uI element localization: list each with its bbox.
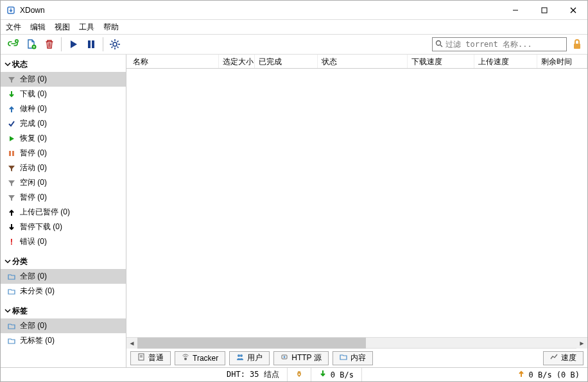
sidebar: 状态 全部 (0) 下载 (0) 做种 (0) 完成 (0) 恢复 (0) <box>1 55 126 367</box>
lock-icon[interactable] <box>571 38 584 51</box>
folder-icon <box>7 322 16 331</box>
up-black-icon <box>7 208 16 217</box>
play-icon <box>7 134 16 143</box>
column-down-speed[interactable]: 下载速度 <box>408 55 474 68</box>
sidebar-header-tag[interactable]: 标签 <box>1 304 126 318</box>
sidebar-item-category-uncategorized[interactable]: 未分类 (0) <box>1 284 126 299</box>
chevron-down-icon <box>4 257 12 266</box>
tab-tracker[interactable]: Tracker <box>175 351 225 365</box>
filter-icon <box>7 75 16 84</box>
upload-arrow-icon <box>7 105 16 114</box>
sidebar-header-status[interactable]: 状态 <box>1 57 126 72</box>
maximize-button[interactable] <box>530 1 558 19</box>
column-status[interactable]: 状态 <box>318 55 408 68</box>
column-size[interactable]: 选定大小 <box>219 55 255 68</box>
sidebar-item-active[interactable]: 活动 (0) <box>1 161 126 175</box>
tab-speed[interactable]: 速度 <box>543 351 584 365</box>
svg-point-9 <box>113 42 117 46</box>
down-black-icon <box>7 223 16 232</box>
sidebar-item-downloading[interactable]: 下载 (0) <box>1 87 126 101</box>
column-name[interactable]: 名称 <box>129 55 219 68</box>
svg-point-27 <box>238 354 240 357</box>
plug-icon <box>295 370 303 379</box>
svg-line-14 <box>112 41 113 42</box>
sidebar-item-download-paused[interactable]: 暂停下载 (0) <box>1 220 126 234</box>
statusbar: DHT: 35 结点 0 B/s 0 B/s (0 B) <box>1 367 587 381</box>
svg-rect-8 <box>92 40 94 48</box>
document-icon <box>137 353 145 363</box>
settings-button[interactable] <box>107 37 123 52</box>
tab-general[interactable]: 普通 <box>130 351 171 365</box>
minimize-button[interactable] <box>501 1 530 19</box>
bottom-tabs: 普通 Tracker 用户 HTTP 源 内容 <box>126 348 587 367</box>
upload-arrow-icon <box>517 370 525 379</box>
search-box[interactable] <box>432 37 567 51</box>
sidebar-item-errored[interactable]: ! 错误 (0) <box>1 234 126 249</box>
svg-point-28 <box>240 354 243 357</box>
sidebar-item-all[interactable]: 全部 (0) <box>1 72 126 87</box>
sidebar-item-resumed[interactable]: 恢复 (0) <box>1 131 126 146</box>
folder-icon <box>7 336 16 345</box>
sidebar-item-tag-all[interactable]: 全部 (0) <box>1 318 126 333</box>
filter-active-icon <box>7 164 16 173</box>
tab-http[interactable]: HTTP 源 <box>273 351 328 365</box>
menubar: 文件 编辑 视图 工具 帮助 <box>1 20 587 34</box>
svg-line-17 <box>117 41 119 42</box>
add-link-button[interactable] <box>6 37 21 52</box>
menu-edit[interactable]: 编辑 <box>30 22 46 33</box>
sidebar-item-upload-paused[interactable]: 上传已暂停 (0) <box>1 205 126 220</box>
http-icon <box>281 353 288 363</box>
sidebar-item-paused[interactable]: 暂停 (0) <box>1 146 126 161</box>
scroll-right-icon[interactable]: ► <box>576 338 587 349</box>
table-header: 名称 选定大小 已完成 状态 下载速度 上传速度 剩余时间 <box>126 55 587 69</box>
svg-point-26 <box>184 358 187 360</box>
status-upload-speed[interactable]: 0 B/s (0 B) <box>510 370 587 379</box>
horizontal-scrollbar[interactable]: ◄ ► <box>126 337 587 348</box>
check-icon <box>7 119 16 128</box>
status-dht[interactable]: DHT: 35 结点 <box>219 369 287 380</box>
folder-icon <box>7 287 16 296</box>
table-body <box>126 69 587 337</box>
scroll-left-icon[interactable]: ◄ <box>126 338 137 349</box>
tab-users[interactable]: 用户 <box>229 351 270 365</box>
svg-point-30 <box>284 356 286 358</box>
delete-button[interactable] <box>42 37 57 52</box>
column-eta[interactable]: 剩余时间 <box>537 55 587 68</box>
menu-file[interactable]: 文件 <box>6 22 21 33</box>
svg-rect-21 <box>9 151 11 156</box>
sidebar-item-category-all[interactable]: 全部 (0) <box>1 269 126 284</box>
app-icon <box>6 5 16 15</box>
sidebar-item-idle[interactable]: 空闲 (0) <box>1 175 126 190</box>
menu-tools[interactable]: 工具 <box>79 22 94 33</box>
menu-help[interactable]: 帮助 <box>103 22 119 33</box>
column-up-speed[interactable]: 上传速度 <box>474 55 537 68</box>
tab-content[interactable]: 内容 <box>333 351 373 365</box>
close-button[interactable] <box>558 1 587 19</box>
scroll-thumb[interactable] <box>137 338 366 349</box>
toolbar <box>1 34 587 55</box>
svg-line-15 <box>117 47 119 48</box>
svg-line-19 <box>440 45 442 47</box>
chart-icon <box>550 353 558 363</box>
search-icon <box>435 40 443 49</box>
column-done[interactable]: 已完成 <box>255 55 318 68</box>
sidebar-item-completed[interactable]: 完成 (0) <box>1 116 126 131</box>
sidebar-header-category[interactable]: 分类 <box>1 254 126 269</box>
search-input[interactable] <box>445 40 564 49</box>
sidebar-item-seeding[interactable]: 做种 (0) <box>1 101 126 116</box>
pause-button[interactable] <box>83 37 99 52</box>
sidebar-item-tag-untagged[interactable]: 无标签 (0) <box>1 333 126 348</box>
start-button[interactable] <box>65 37 81 52</box>
sidebar-item-stalled[interactable]: 暂停 (0) <box>1 190 126 205</box>
filter-idle-icon <box>7 178 16 187</box>
status-download-speed[interactable]: 0 B/s <box>311 370 361 379</box>
window-title: XDown <box>20 6 501 15</box>
status-firewall[interactable] <box>288 370 311 379</box>
titlebar: XDown <box>1 1 587 20</box>
filter-stalled-icon <box>7 193 16 202</box>
download-arrow-icon <box>7 90 16 99</box>
add-file-button[interactable] <box>24 37 39 52</box>
chevron-down-icon <box>4 60 12 69</box>
svg-point-18 <box>437 40 441 45</box>
menu-view[interactable]: 视图 <box>55 22 70 33</box>
